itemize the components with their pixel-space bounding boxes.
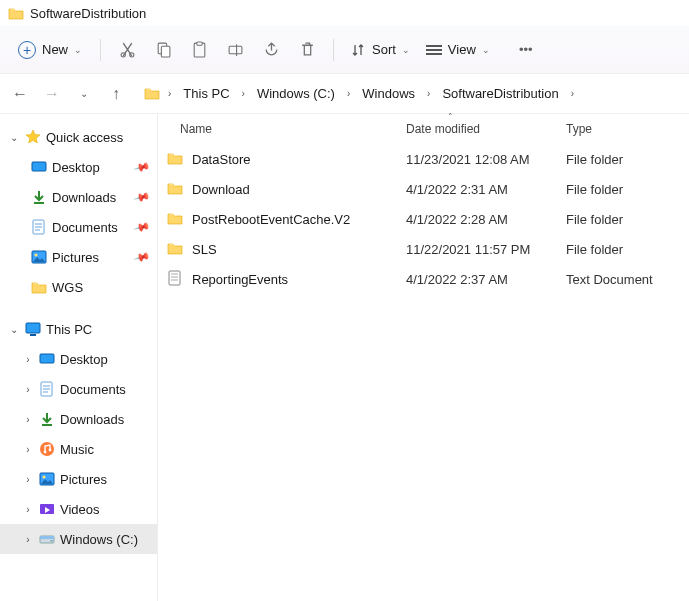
file-date: 11/22/2021 11:57 PM [406, 242, 566, 257]
delete-button[interactable] [291, 34, 323, 66]
plus-icon: + [18, 41, 36, 59]
chevron-right-icon[interactable]: › [22, 414, 34, 425]
file-row[interactable]: DataStore11/23/2021 12:08 AMFile folder [158, 144, 689, 174]
sidebar-item-label: Documents [52, 220, 118, 235]
file-date: 4/1/2022 2:31 AM [406, 182, 566, 197]
sidebar-item-documents[interactable]: ›Documents [0, 374, 157, 404]
sidebar-item-videos[interactable]: ›Videos [0, 494, 157, 524]
paste-button[interactable] [183, 34, 215, 66]
rename-button[interactable] [219, 34, 251, 66]
sidebar-item-music[interactable]: ›Music [0, 434, 157, 464]
pin-icon: 📌 [133, 218, 152, 236]
list-icon [426, 43, 442, 57]
sidebar-item-documents[interactable]: Documents📌 [0, 212, 157, 242]
sort-icon [350, 42, 366, 58]
navigation-row: ← → ⌄ ↑ › This PC › Windows (C:) › Windo… [0, 74, 689, 114]
file-date: 4/1/2022 2:28 AM [406, 212, 566, 227]
sidebar-item-desktop[interactable]: Desktop📌 [0, 152, 157, 182]
new-label: New [42, 42, 68, 57]
chevron-right-icon[interactable]: › [238, 86, 249, 101]
folder-icon [166, 150, 186, 168]
sidebar-item-label: WGS [52, 280, 83, 295]
view-button[interactable]: View ⌄ [420, 38, 496, 61]
forward-button[interactable]: → [38, 80, 66, 108]
file-name: Download [186, 182, 406, 197]
sidebar-item-label: Documents [60, 382, 126, 397]
breadcrumb-seg[interactable]: SoftwareDistribution [436, 83, 564, 104]
file-date: 11/23/2021 12:08 AM [406, 152, 566, 167]
sidebar-item-label: Downloads [52, 190, 116, 205]
monitor-icon [24, 321, 42, 337]
navigation-sidebar: ⌄ Quick access Desktop📌Downloads📌Documen… [0, 114, 158, 601]
chevron-right-icon[interactable]: › [423, 86, 434, 101]
chevron-right-icon[interactable]: › [164, 86, 175, 101]
address-bar[interactable]: › This PC › Windows (C:) › Windows › Sof… [144, 83, 578, 104]
chevron-down-icon: ⌄ [402, 45, 410, 55]
folder-icon [166, 180, 186, 198]
chevron-down-icon[interactable]: ⌄ [8, 324, 20, 335]
divider [100, 39, 101, 61]
sidebar-item-downloads[interactable]: ›Downloads [0, 404, 157, 434]
sort-button[interactable]: Sort ⌄ [344, 38, 416, 62]
back-button[interactable]: ← [6, 80, 34, 108]
recent-button[interactable]: ⌄ [70, 80, 98, 108]
chevron-right-icon[interactable]: › [343, 86, 354, 101]
chevron-right-icon[interactable]: › [22, 384, 34, 395]
sidebar-item-this-pc[interactable]: ⌄ This PC [0, 314, 157, 344]
up-button[interactable]: ↑ [102, 80, 130, 108]
chevron-right-icon[interactable]: › [22, 474, 34, 485]
pin-icon: 📌 [133, 188, 152, 206]
new-button[interactable]: + New ⌄ [10, 37, 90, 63]
share-button[interactable] [255, 34, 287, 66]
file-date: 4/1/2022 2:37 AM [406, 272, 566, 287]
item-icon [30, 219, 48, 235]
sidebar-item-wgs[interactable]: WGS [0, 272, 157, 302]
file-row[interactable]: Download4/1/2022 2:31 AMFile folder [158, 174, 689, 204]
sidebar-item-label: Pictures [60, 472, 107, 487]
cut-button[interactable] [111, 34, 143, 66]
svg-rect-24 [161, 46, 170, 57]
pin-icon: 📌 [133, 158, 152, 176]
breadcrumb-seg[interactable]: Windows (C:) [251, 83, 341, 104]
file-row[interactable]: SLS11/22/2021 11:57 PMFile folder [158, 234, 689, 264]
file-view: ˄ Name Date modified Type DataStore11/23… [158, 114, 689, 601]
breadcrumb-seg[interactable]: Windows [356, 83, 421, 104]
chevron-right-icon[interactable]: › [22, 534, 34, 545]
sidebar-item-label: This PC [46, 322, 92, 337]
copy-button[interactable] [147, 34, 179, 66]
toolbar: + New ⌄ Sort ⌄ View ⌄ ••• [0, 26, 689, 74]
column-header-name[interactable]: Name [158, 122, 406, 136]
folder-icon [166, 240, 186, 258]
sidebar-item-quick-access[interactable]: ⌄ Quick access [0, 122, 157, 152]
file-type: File folder [566, 212, 676, 227]
file-row[interactable]: ReportingEvents4/1/2022 2:37 AMText Docu… [158, 264, 689, 294]
more-button[interactable]: ••• [510, 34, 542, 66]
chevron-right-icon[interactable]: › [567, 86, 578, 101]
chevron-right-icon[interactable]: › [22, 354, 34, 365]
sidebar-item-desktop[interactable]: ›Desktop [0, 344, 157, 374]
sidebar-item-pictures[interactable]: Pictures📌 [0, 242, 157, 272]
window-title: SoftwareDistribution [30, 6, 146, 21]
sidebar-item-windows-c-[interactable]: ›Windows (C:) [0, 524, 157, 554]
breadcrumb-seg[interactable]: This PC [177, 83, 235, 104]
sort-indicator-icon: ˄ [448, 112, 453, 122]
file-type: File folder [566, 152, 676, 167]
sidebar-item-downloads[interactable]: Downloads📌 [0, 182, 157, 212]
folder-icon [8, 5, 24, 21]
column-header-type[interactable]: Type [566, 122, 676, 136]
sidebar-item-pictures[interactable]: ›Pictures [0, 464, 157, 494]
chevron-right-icon[interactable]: › [22, 504, 34, 515]
star-icon [24, 129, 42, 145]
item-icon [38, 501, 56, 517]
column-header-date[interactable]: Date modified [406, 122, 566, 136]
file-name: SLS [186, 242, 406, 257]
file-name: DataStore [186, 152, 406, 167]
file-row[interactable]: PostRebootEventCache.V24/1/2022 2:28 AMF… [158, 204, 689, 234]
folder-icon [166, 210, 186, 228]
chevron-right-icon[interactable]: › [22, 444, 34, 455]
chevron-down-icon[interactable]: ⌄ [8, 132, 20, 143]
title-bar: SoftwareDistribution [0, 0, 689, 26]
item-icon [38, 531, 56, 547]
view-label: View [448, 42, 476, 57]
sort-label: Sort [372, 42, 396, 57]
